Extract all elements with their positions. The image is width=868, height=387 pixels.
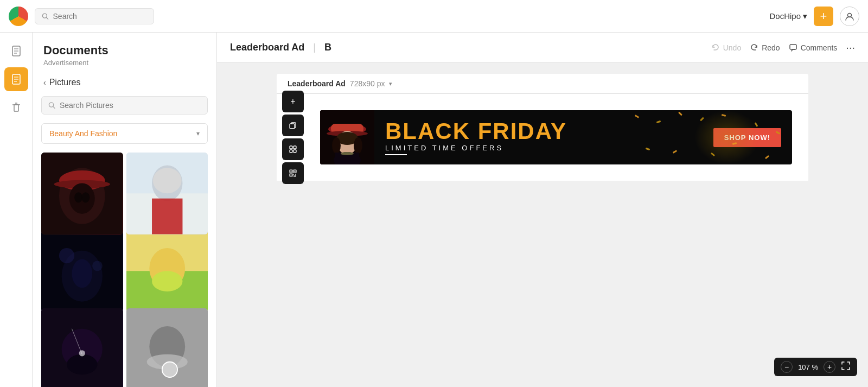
list-item[interactable]	[126, 153, 208, 234]
image-grid	[33, 148, 216, 387]
svg-rect-53	[290, 146, 292, 149]
banner-main-text: BLACK FRIDAY	[385, 120, 567, 143]
comments-icon	[789, 43, 797, 52]
topbar-right: DocHipo ▾ +	[769, 7, 859, 26]
panel-nav[interactable]: ‹ Pictures	[33, 71, 216, 92]
canvas-body: +	[277, 94, 808, 181]
icon-sidebar	[0, 33, 33, 387]
add-button[interactable]: +	[814, 7, 833, 26]
svg-rect-54	[293, 146, 296, 149]
sidebar-item-file[interactable]	[4, 39, 28, 63]
canvas-size-label[interactable]: Leaderboard Ad 728x90 px ▾	[288, 79, 392, 88]
list-item[interactable]	[41, 230, 123, 312]
doc-variant: B	[324, 42, 331, 53]
svg-rect-62	[291, 175, 292, 176]
toolbar-actions: Undo Redo Comments ···	[711, 41, 855, 54]
layout: Documents Advertisement ‹ Pictures Beaut…	[0, 33, 868, 387]
panel-title: Documents	[43, 43, 206, 58]
svg-rect-26	[152, 199, 182, 234]
banner-sub-text: LIMITED TIME OFFERS	[385, 144, 503, 152]
zoom-value: 107 %	[798, 363, 818, 371]
user-icon[interactable]	[840, 7, 859, 26]
undo-button[interactable]: Undo	[711, 43, 741, 52]
list-item[interactable]	[41, 153, 123, 234]
panel-header: Documents Advertisement	[33, 33, 216, 71]
svg-point-79	[341, 152, 354, 155]
svg-point-22	[81, 192, 90, 202]
svg-rect-56	[293, 150, 296, 153]
svg-rect-51	[790, 45, 796, 49]
svg-rect-55	[290, 150, 292, 153]
brand-label[interactable]: DocHipo ▾	[769, 11, 807, 21]
banner-content: BLACK FRIDAY LIMITED TIME OFFERS	[374, 120, 713, 155]
svg-point-76	[354, 137, 362, 154]
zoom-bar: − 107 % +	[774, 358, 857, 376]
svg-rect-61	[295, 171, 296, 172]
pictures-label: Pictures	[49, 78, 81, 87]
back-icon: ‹	[43, 78, 46, 87]
svg-line-1	[46, 17, 48, 19]
panel-subtitle: Advertisement	[43, 59, 206, 67]
svg-point-50	[162, 361, 177, 377]
qr-icon	[289, 169, 297, 177]
svg-rect-52	[290, 124, 295, 129]
list-item[interactable]	[126, 230, 208, 312]
fullscreen-button[interactable]	[841, 361, 851, 373]
zoom-out-button[interactable]: −	[781, 361, 793, 373]
grid-icon	[289, 145, 297, 154]
zoom-in-button[interactable]: +	[824, 361, 835, 373]
search-box[interactable]	[35, 8, 154, 24]
banner-divider	[385, 154, 407, 155]
doc-title: Leaderboard Ad	[230, 42, 304, 53]
doc-separator: |	[313, 42, 316, 53]
svg-point-35	[92, 261, 103, 271]
undo-icon	[711, 43, 720, 52]
search-pictures-input[interactable]	[60, 101, 201, 110]
ad-banner[interactable]: BLACK FRIDAY LIMITED TIME OFFERS SHOP NO…	[320, 110, 792, 164]
main-content: Leaderboard Ad | B Undo Redo	[217, 33, 868, 387]
comments-button[interactable]: Comments	[789, 43, 838, 52]
more-button[interactable]: ···	[846, 41, 855, 54]
topbar: DocHipo ▾ +	[0, 0, 868, 33]
svg-rect-11	[14, 105, 18, 111]
canvas-area: Leaderboard Ad 728x90 px ▾ +	[217, 63, 868, 387]
svg-point-43	[67, 354, 97, 375]
chevron-down-icon: ▾	[196, 130, 200, 137]
search-icon	[42, 12, 49, 20]
qr-tool-button[interactable]	[282, 162, 304, 184]
svg-point-31	[72, 259, 92, 288]
category-label: Beauty And Fashion	[49, 129, 117, 138]
svg-point-34	[59, 248, 74, 263]
editor-toolbar: Leaderboard Ad | B Undo Redo	[217, 33, 868, 63]
svg-line-15	[53, 106, 55, 108]
list-item[interactable]	[126, 308, 208, 387]
svg-point-27	[152, 168, 181, 193]
canvas-header: Leaderboard Ad 728x90 px ▾	[277, 74, 808, 94]
banner-model	[320, 110, 374, 164]
copy-icon	[289, 121, 297, 130]
redo-button[interactable]: Redo	[750, 43, 780, 52]
svg-point-75	[332, 137, 341, 154]
search-pictures-icon	[48, 101, 55, 109]
logo-icon[interactable]	[9, 7, 28, 26]
svg-point-40	[152, 271, 182, 292]
redo-icon	[750, 43, 758, 52]
svg-point-21	[74, 192, 82, 202]
svg-point-45	[79, 350, 85, 356]
add-tool-button[interactable]: +	[282, 91, 304, 112]
copy-tool-button[interactable]	[282, 115, 304, 136]
search-input[interactable]	[53, 12, 147, 21]
search-pictures-box[interactable]	[41, 96, 208, 115]
sidebar-item-trash[interactable]	[4, 96, 28, 119]
category-dropdown[interactable]: Beauty And Fashion ▾	[41, 123, 208, 144]
svg-rect-60	[291, 171, 292, 172]
left-panel: Documents Advertisement ‹ Pictures Beaut…	[33, 33, 217, 387]
list-item[interactable]	[41, 308, 123, 387]
sidebar-item-document[interactable]	[4, 67, 28, 91]
grid-tool-button[interactable]	[282, 138, 304, 160]
tool-buttons: +	[282, 91, 304, 184]
